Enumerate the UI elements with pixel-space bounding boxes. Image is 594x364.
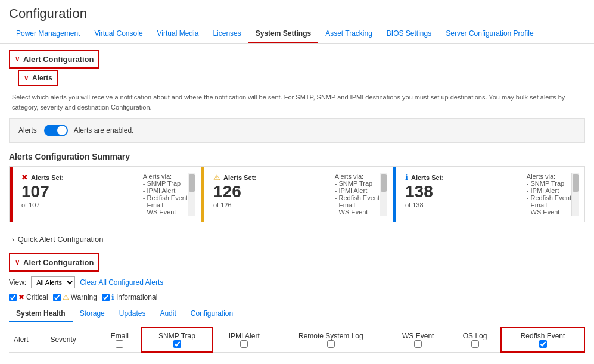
card-content-info: ℹ Alerts Set: 138 of 138 [399, 173, 524, 216]
filter-row: ✖ Critical ⚠ Warning ℹ Informational [9, 293, 585, 301]
warning-channel-4: - Email [335, 201, 380, 209]
critical-channel-4: - Email [143, 201, 188, 209]
warning-channel-3: - Redfish Event [335, 194, 380, 201]
alerts-toggle-label: Alerts [18, 126, 37, 135]
card-warning-title: Alerts Set: [223, 174, 256, 181]
alert-config-header[interactable]: ∨ Alert Configuration [9, 253, 99, 272]
th-snmp-trap-checkbox[interactable] [173, 340, 181, 348]
critical-scrollbar[interactable] [188, 173, 195, 216]
card-critical-subtitle: of 107 [21, 201, 140, 209]
summary-card-info: ℹ Alerts Set: 138 of 138 Alerts via: - S… [393, 167, 584, 222]
nav-power-management[interactable]: Power Management [9, 24, 87, 43]
filter-critical-checkbox[interactable] [9, 294, 17, 301]
info-channel-2: - IPMI Alert [527, 187, 571, 194]
quick-alert-section[interactable]: › Quick Alert Configuration [9, 231, 585, 247]
summary-card-critical: ✖ Alerts Set: 107 of 107 Alerts via: - S… [10, 167, 201, 222]
alerts-table-container: Alert Severity Email SNMP Trap [9, 327, 585, 353]
filter-warning-label: Warning [71, 293, 97, 301]
critical-via-label: Alerts via: [143, 173, 188, 180]
critical-channel-1: - SNMP Trap [143, 180, 188, 187]
view-row: View: All Alerts Clear All Configured Al… [9, 276, 585, 288]
main-content: ∨ Alert Configuration ∨ Alerts Select wh… [0, 44, 594, 359]
card-critical-title: Alerts Set: [31, 174, 64, 181]
card-info-title: Alerts Set: [411, 174, 444, 181]
quick-alert-label: Quick Alert Configuration [18, 235, 104, 244]
filter-warning-checkbox[interactable] [53, 294, 61, 301]
card-warning-number: 126 [213, 183, 332, 201]
alerts-label: Alerts [32, 74, 52, 82]
summary-title: Alerts Configuration Summary [9, 152, 585, 161]
alert-configuration-chevron: ∨ [15, 55, 20, 63]
card-info-via: Alerts via: - SNMP Trap - IPMI Alert - R… [524, 173, 571, 216]
th-redfish-event: Redfish Event [501, 328, 584, 352]
th-redfish-event-checkbox[interactable] [539, 340, 547, 348]
alert-config-label: Alert Configuration [23, 258, 94, 267]
alert-configuration-section-header[interactable]: ∨ Alert Configuration [9, 50, 99, 69]
tab-audit[interactable]: Audit [153, 306, 183, 322]
filter-critical-icon: ✖ [18, 293, 24, 301]
info-channel-3: - Redfish Event [527, 194, 571, 201]
nav-asset-tracking[interactable]: Asset Tracking [318, 24, 380, 43]
filter-informational: ℹ Informational [102, 293, 157, 301]
clear-configured-alerts-link[interactable]: Clear All Configured Alerts [80, 278, 163, 287]
th-os-log-checkbox[interactable] [471, 340, 479, 348]
th-ipmi-alert: IPMI Alert [213, 328, 275, 352]
card-border-critical [10, 167, 13, 222]
page-title: Configuration [0, 0, 594, 24]
filter-informational-label: Informational [116, 293, 157, 301]
critical-scrollbar-thumb [189, 174, 195, 192]
warning-channel-2: - IPMI Alert [335, 187, 380, 194]
card-info-number: 138 [405, 183, 524, 201]
tab-system-health[interactable]: System Health [9, 306, 73, 322]
sub-tabs: System Health Storage Updates Audit Conf… [9, 306, 585, 322]
alert-configuration-label: Alert Configuration [23, 55, 94, 64]
alert-config-chevron: ∨ [15, 259, 20, 266]
filter-warning-icon: ⚠ [63, 293, 69, 301]
nav-virtual-media[interactable]: Virtual Media [150, 24, 206, 43]
tab-updates[interactable]: Updates [112, 306, 153, 322]
warning-scrollbar-thumb [381, 174, 387, 192]
th-remote-log-checkbox[interactable] [327, 340, 335, 348]
card-critical-via: Alerts via: - SNMP Trap - IPMI Alert - R… [140, 173, 188, 216]
card-border-info [393, 167, 396, 222]
alerts-chevron: ∨ [24, 74, 29, 82]
alerts-table: Alert Severity Email SNMP Trap [9, 327, 585, 353]
th-severity: Severity [45, 328, 99, 352]
tab-configuration[interactable]: Configuration [184, 306, 240, 322]
th-ipmi-checkbox[interactable] [240, 340, 248, 348]
alerts-toggle[interactable] [44, 125, 68, 136]
critical-icon: ✖ [21, 173, 28, 182]
alerts-description: Select which alerts you will receive a n… [9, 89, 585, 118]
card-border-warning [201, 167, 204, 222]
warning-scrollbar[interactable] [380, 173, 387, 216]
th-os-log: OS Log [449, 328, 501, 352]
card-warning-subtitle: of 126 [213, 201, 332, 209]
view-select[interactable]: All Alerts [31, 276, 75, 288]
warning-via-label: Alerts via: [335, 173, 380, 180]
info-channel-1: - SNMP Trap [527, 180, 571, 187]
critical-channel-3: - Redfish Event [143, 194, 188, 201]
info-scrollbar[interactable] [571, 173, 579, 216]
th-remote-system-log: Remote System Log [275, 328, 387, 352]
card-warning-via: Alerts via: - SNMP Trap - IPMI Alert - R… [332, 173, 380, 216]
th-ws-event-checkbox[interactable] [414, 340, 422, 348]
nav-system-settings[interactable]: System Settings [248, 24, 318, 43]
filter-warning: ⚠ Warning [53, 293, 97, 301]
tab-storage[interactable]: Storage [73, 306, 112, 322]
info-scrollbar-thumb [573, 174, 579, 192]
summary-card-warning: ⚠ Alerts Set: 126 of 126 Alerts via: - S… [201, 167, 393, 222]
nav-server-configuration-profile[interactable]: Server Configuration Profile [438, 24, 540, 43]
info-channel-4: - Email [527, 201, 571, 209]
warning-channel-5: - WS Event [335, 209, 380, 216]
th-alert: Alert [9, 328, 45, 352]
nav-licenses[interactable]: Licenses [206, 24, 248, 43]
nav-bios-settings[interactable]: BIOS Settings [380, 24, 438, 43]
card-info-subtitle: of 138 [405, 201, 524, 209]
filter-informational-checkbox[interactable] [102, 294, 110, 301]
nav-virtual-console[interactable]: Virtual Console [87, 24, 150, 43]
alerts-sub-section-header[interactable]: ∨ Alerts [18, 70, 58, 86]
warning-icon: ⚠ [213, 173, 220, 182]
filter-info-icon: ℹ [111, 293, 114, 301]
th-email-checkbox[interactable] [116, 340, 123, 348]
info-via-label: Alerts via: [527, 173, 571, 180]
